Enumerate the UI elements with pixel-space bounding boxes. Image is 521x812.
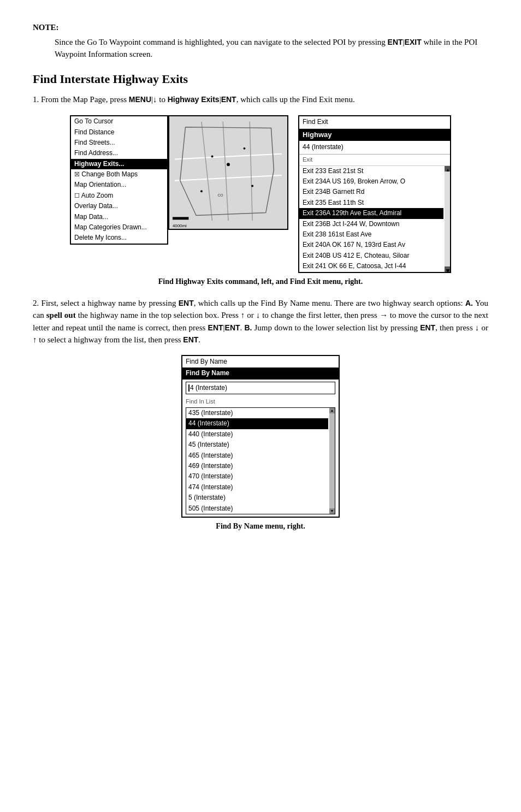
menu-key: MENU bbox=[129, 95, 151, 104]
scroll-down-arrow[interactable]: ▼ bbox=[445, 266, 450, 272]
find-exit-highway: Highway bbox=[299, 129, 450, 141]
ent-key: ENT bbox=[388, 38, 403, 46]
scroll-track bbox=[445, 171, 450, 266]
find-exit-exit-label: Exit bbox=[299, 155, 450, 166]
exit-item-2[interactable]: Exit 234B Garnett Rd bbox=[299, 187, 443, 197]
exit-item-0[interactable]: Exit 233 East 21st St bbox=[299, 166, 443, 176]
option-b: B. bbox=[244, 323, 252, 332]
fbn-item-3[interactable]: 45 (Interstate) bbox=[186, 440, 328, 450]
map-svg: co 4000mi N 35°40.194' W 120°03.755' bbox=[169, 116, 287, 229]
fbn-item-7[interactable]: 474 (Interstate) bbox=[186, 482, 328, 493]
fbn-list: 435 (Interstate) 44 (Interstate) 440 (In… bbox=[186, 407, 335, 514]
exit-item-9[interactable]: Exit 241 OK 66 E, Catoosa, Jct I-44 bbox=[299, 261, 443, 271]
ent-a2: ENT bbox=[225, 323, 240, 332]
menu-find-streets[interactable]: Find Streets... bbox=[71, 138, 167, 148]
menu-auto-zoom[interactable]: ☐ Auto Zoom bbox=[71, 191, 167, 201]
menu-go-to-cursor[interactable]: Go To Cursor bbox=[71, 116, 167, 127]
note-label: NOTE: bbox=[33, 22, 488, 34]
menu-highway-exits[interactable]: Highway Exits... bbox=[71, 159, 167, 169]
ent-b1: ENT bbox=[420, 323, 435, 332]
fbn-item-2[interactable]: 440 (Interstate) bbox=[186, 429, 328, 440]
fbn-item-8[interactable]: 5 (Interstate) bbox=[186, 493, 328, 503]
menu-change-both-maps[interactable]: ☒ Change Both Maps bbox=[71, 169, 167, 180]
fbn-scroll-track bbox=[329, 413, 335, 508]
find-exit-list: Exit 233 East 21st St Exit 234A US 169, … bbox=[299, 166, 450, 272]
fbn-input-cursor bbox=[188, 384, 190, 392]
fbn-scroll-down[interactable]: ▼ bbox=[329, 508, 335, 514]
exit-item-1[interactable]: Exit 234A US 169, Broken Arrow, O bbox=[299, 176, 443, 187]
ent-a1: ENT bbox=[208, 323, 223, 332]
map-display: co 4000mi N 35°40.194' W 120°03.755' bbox=[168, 115, 288, 230]
option-a: A. bbox=[465, 299, 473, 307]
find-exit-highway-value[interactable]: 44 (Interstate) bbox=[299, 141, 450, 154]
exit-item-8[interactable]: Exit 240B US 412 E, Choteau, Siloar bbox=[299, 251, 443, 261]
fbn-scroll-up[interactable]: ▲ bbox=[329, 408, 335, 413]
exit-item-3[interactable]: Exit 235 East 11th St bbox=[299, 198, 443, 208]
fbn-header-sel: Find By Name bbox=[182, 368, 339, 379]
svg-text:4000mi: 4000mi bbox=[173, 223, 187, 228]
ent-key2: ENT bbox=[221, 95, 236, 104]
find-exit-scrollbar[interactable]: ▲ ▼ bbox=[445, 166, 450, 272]
figure-caption: Find Highway Exits command, left, and Fi… bbox=[33, 276, 488, 287]
svg-point-10 bbox=[243, 147, 245, 150]
svg-point-9 bbox=[200, 191, 203, 193]
section-title: Find Interstate Highway Exits bbox=[33, 70, 488, 88]
exit-item-6[interactable]: Exit 238 161st East Ave bbox=[299, 229, 443, 240]
menu-map-data[interactable]: Map Data... bbox=[71, 212, 167, 222]
menu-map-categories[interactable]: Map Categories Drawn... bbox=[71, 222, 167, 233]
find-exit-title: Find Exit bbox=[299, 116, 450, 128]
fbn-item-1[interactable]: 44 (Interstate) bbox=[186, 418, 328, 429]
menu-find-address[interactable]: Find Address... bbox=[71, 148, 167, 158]
exit-item-7[interactable]: Exit 240A OK 167 N, 193rd East Av bbox=[299, 240, 443, 250]
para2: 2. First, select a highway name by press… bbox=[33, 297, 488, 346]
svg-point-7 bbox=[211, 156, 214, 158]
fbn-item-5[interactable]: 469 (Interstate) bbox=[186, 461, 328, 471]
fbn-figure-row: Find By Name Find By Name 4 (Interstate)… bbox=[33, 355, 488, 518]
svg-rect-12 bbox=[173, 217, 188, 220]
fbn-find-in-list: Find In List bbox=[182, 396, 339, 407]
fbn-item-4[interactable]: 465 (Interstate) bbox=[186, 451, 328, 461]
highway-exits-key: Highway Exits bbox=[168, 95, 220, 104]
fbn-item-9[interactable]: 505 (Interstate) bbox=[186, 503, 328, 514]
ent-para2: ENT bbox=[179, 299, 194, 307]
fbn-caption: Find By Name menu, right. bbox=[33, 521, 488, 532]
left-menu: Go To Cursor Find Distance Find Streets.… bbox=[70, 115, 168, 245]
exit-key: EXIT bbox=[405, 38, 422, 46]
fbn-scrollbar[interactable]: ▲ ▼ bbox=[329, 408, 335, 514]
fbn-header: Find By Name bbox=[182, 356, 339, 368]
figure-row: Go To Cursor Find Distance Find Streets.… bbox=[33, 115, 488, 272]
menu-overlay-data[interactable]: Overlay Data... bbox=[71, 201, 167, 211]
note-text: Since the Go To Waypoint command is high… bbox=[55, 36, 488, 61]
fbn-item-6[interactable]: 470 (Interstate) bbox=[186, 471, 328, 482]
menu-find-distance[interactable]: Find Distance bbox=[71, 127, 167, 138]
para1: 1. From the Map Page, press MENU|↓ to Hi… bbox=[33, 93, 488, 106]
menu-map-orientation[interactable]: Map Orientation... bbox=[71, 180, 167, 190]
left-figure: Go To Cursor Find Distance Find Streets.… bbox=[70, 115, 288, 245]
exit-item-4[interactable]: Exit 236A 129th Ave East, Admiral bbox=[299, 208, 443, 218]
svg-point-8 bbox=[251, 185, 253, 187]
svg-point-6 bbox=[227, 163, 230, 166]
scroll-up-arrow[interactable]: ▲ bbox=[445, 166, 450, 171]
fbn-item-0[interactable]: 435 (Interstate) bbox=[186, 408, 328, 418]
fbn-input[interactable]: 4 (Interstate) bbox=[186, 382, 335, 394]
find-by-name-box: Find By Name Find By Name 4 (Interstate)… bbox=[181, 355, 340, 518]
ent-b2: ENT bbox=[183, 335, 198, 344]
note-section: NOTE: Since the Go To Waypoint command i… bbox=[33, 22, 488, 61]
exit-item-5[interactable]: Exit 236B Jct I-244 W, Downtown bbox=[299, 219, 443, 229]
svg-rect-0 bbox=[169, 116, 287, 229]
menu-delete-icons[interactable]: Delete My Icons... bbox=[71, 233, 167, 243]
fbn-input-value: 4 (Interstate) bbox=[190, 383, 227, 393]
find-exit-box: Find Exit Highway 44 (Interstate) Exit E… bbox=[298, 115, 451, 272]
svg-text:co: co bbox=[217, 192, 223, 198]
